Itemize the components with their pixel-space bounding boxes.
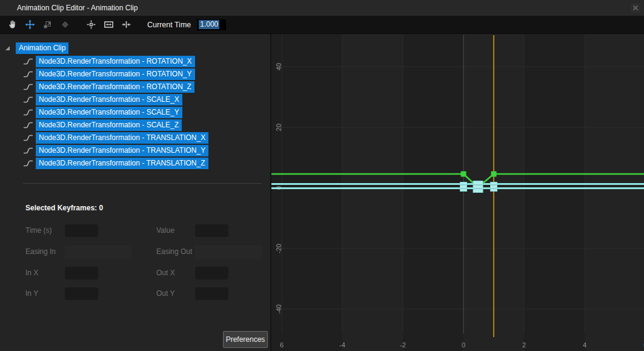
- time-field[interactable]: [65, 224, 98, 237]
- preferences-button[interactable]: Preferences: [223, 331, 268, 348]
- easing-in-field[interactable]: [65, 245, 132, 259]
- add-keyframe-tool-button[interactable]: [57, 18, 73, 32]
- out-y-field[interactable]: [195, 287, 228, 300]
- tree-item-label[interactable]: Node3D.RenderTransformation - SCALE_Y: [36, 107, 182, 118]
- in-x-field[interactable]: [65, 267, 98, 279]
- tree-item-label[interactable]: Node3D.RenderTransformation - ROTATION_X: [36, 56, 195, 67]
- svg-text:-4: -4: [339, 341, 345, 349]
- animation-clip-editor-window: Animation Clip Editor - Animation Clip C…: [0, 0, 644, 351]
- properties-panel: Animation Clip Node3D.RenderTransformati…: [0, 34, 270, 351]
- curve-icon: [23, 109, 33, 116]
- tree-item-translation-z: Node3D.RenderTransformation - TRANSLATIO…: [23, 157, 208, 170]
- current-time-input[interactable]: 1.000: [197, 19, 226, 30]
- easing-in-label: Easing In: [25, 247, 56, 256]
- in-y-field[interactable]: [65, 287, 98, 300]
- selected-keyframes-text: Selected Keyframes: 0: [25, 204, 103, 212]
- out-x-label: Out X: [156, 269, 175, 277]
- curve-editor-canvas[interactable]: 40200-20-406-4-20246: [271, 34, 644, 351]
- scale-icon: [42, 19, 53, 30]
- svg-text:-2: -2: [400, 341, 406, 349]
- center-view-button[interactable]: [83, 18, 99, 32]
- move-tool-button[interactable]: [22, 18, 38, 32]
- svg-text:6: 6: [280, 341, 284, 349]
- curve-icon: [23, 70, 33, 78]
- fit-width-icon: [104, 19, 114, 30]
- tree-item-scale-y: Node3D.RenderTransformation - SCALE_Y: [23, 106, 182, 119]
- svg-text:40: 40: [275, 63, 282, 70]
- tree-item-scale-x: Node3D.RenderTransformation - SCALE_X: [23, 93, 182, 106]
- tree-item-translation-y: Node3D.RenderTransformation - TRANSLATIO…: [23, 144, 208, 157]
- collapse-horizontal-button[interactable]: [118, 18, 134, 32]
- svg-text:-20: -20: [275, 244, 282, 253]
- value-field[interactable]: [195, 224, 228, 237]
- tree-item-label[interactable]: Node3D.RenderTransformation - TRANSLATIO…: [36, 145, 208, 156]
- in-x-label: In X: [25, 269, 38, 277]
- current-time-label: Current Time: [147, 21, 191, 29]
- easing-out-field[interactable]: [195, 245, 262, 259]
- curve-icon: [23, 147, 33, 155]
- in-y-label: In Y: [25, 289, 38, 298]
- tree-item-label[interactable]: Node3D.RenderTransformation - SCALE_Z: [36, 119, 182, 131]
- svg-text:2: 2: [522, 341, 526, 349]
- tree-item-translation-x: Node3D.RenderTransformation - TRANSLATIO…: [23, 132, 208, 144]
- tree-item-label[interactable]: Node3D.RenderTransformation - ROTATION_Z: [36, 81, 194, 93]
- close-button[interactable]: [631, 3, 640, 13]
- move-icon: [25, 19, 35, 30]
- fit-horizontal-button[interactable]: [101, 18, 116, 32]
- curve-icon: [23, 121, 33, 129]
- selected-keyframes-label: Selected Keyframes:: [25, 204, 97, 212]
- panel-divider: [23, 183, 262, 184]
- window-title: Animation Clip Editor - Animation Clip: [17, 4, 138, 12]
- scale-tool-button[interactable]: [39, 18, 55, 32]
- toolbar: Current Time 1.000: [0, 16, 644, 34]
- tree-item-label[interactable]: Node3D.RenderTransformation - TRANSLATIO…: [36, 158, 208, 169]
- svg-text:0: 0: [462, 341, 465, 349]
- curve-icon: [23, 96, 33, 104]
- selected-keyframes-count: 0: [99, 204, 103, 212]
- tree-item-rotation-x: Node3D.RenderTransformation - ROTATION_X: [23, 55, 195, 68]
- curve-icon: [23, 83, 33, 91]
- tree-item-label[interactable]: Node3D.RenderTransformation - SCALE_X: [36, 94, 182, 105]
- keyframe-diamond-icon: [60, 19, 70, 30]
- time-label: Time (s): [25, 226, 52, 235]
- out-x-field[interactable]: [195, 267, 228, 279]
- tree-item-label[interactable]: Node3D.RenderTransformation - TRANSLATIO…: [36, 132, 208, 144]
- curve-icon: [23, 134, 33, 142]
- expander-icon[interactable]: [5, 45, 10, 51]
- collapse-horizontal-icon: [121, 19, 131, 30]
- tree-item-label[interactable]: Node3D.RenderTransformation - ROTATION_Y: [36, 69, 195, 80]
- pan-tool-button[interactable]: [4, 18, 20, 32]
- close-icon: [632, 5, 639, 11]
- tree-item-rotation-z: Node3D.RenderTransformation - ROTATION_Z: [23, 81, 194, 93]
- crosshair-icon: [86, 19, 96, 30]
- easing-out-label: Easing Out: [156, 247, 192, 256]
- tree-item-scale-z: Node3D.RenderTransformation - SCALE_Z: [23, 119, 182, 132]
- value-label: Value: [156, 226, 174, 235]
- curve-icon: [23, 58, 33, 65]
- curve-editor-panel: 40200-20-406-4-20246: [270, 34, 644, 351]
- title-bar: Animation Clip Editor - Animation Clip: [0, 0, 644, 16]
- hand-icon: [7, 19, 18, 30]
- svg-text:20: 20: [275, 124, 282, 131]
- svg-text:4: 4: [583, 341, 586, 349]
- out-y-label: Out Y: [156, 289, 174, 298]
- tree-root-label[interactable]: Animation Clip: [16, 42, 68, 54]
- tree-item-rotation-y: Node3D.RenderTransformation - ROTATION_Y: [23, 68, 195, 81]
- tree-root-row: Animation Clip: [5, 42, 68, 55]
- curve-icon: [23, 159, 33, 167]
- svg-text:-40: -40: [275, 304, 282, 314]
- current-time-value: 1.000: [199, 20, 219, 29]
